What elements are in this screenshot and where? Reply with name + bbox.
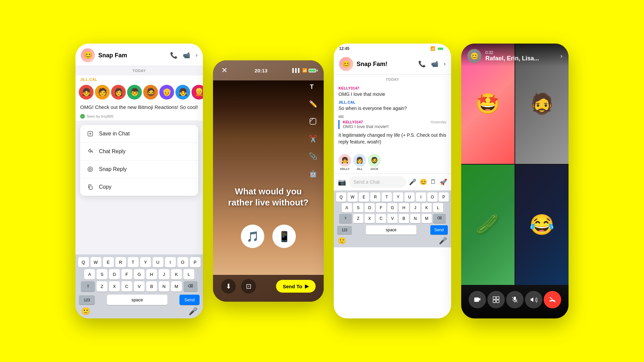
p3-key-space[interactable]: space	[366, 225, 416, 235]
p3-video-icon[interactable]: 📹	[431, 60, 438, 68]
key-x[interactable]: X	[109, 281, 120, 292]
key-f[interactable]: F	[121, 269, 132, 280]
key-a[interactable]: A	[84, 269, 95, 280]
key-o[interactable]: O	[177, 257, 188, 267]
key-send[interactable]: Send	[179, 295, 200, 305]
key-m[interactable]: M	[171, 281, 182, 292]
p3-key-h[interactable]: H	[399, 203, 409, 213]
camera-toggle-button[interactable]	[469, 291, 486, 308]
p3-emoji-icon[interactable]: 🙂	[338, 237, 346, 245]
key-z[interactable]: Z	[97, 281, 107, 292]
save-in-chat-item[interactable]: Save in Chat	[80, 125, 198, 143]
p3-key-y[interactable]: Y	[393, 192, 403, 202]
p3-key-d[interactable]: D	[365, 203, 375, 213]
key-123[interactable]: 123	[79, 295, 95, 305]
close-button[interactable]: ✕	[219, 65, 230, 76]
p3-key-e[interactable]: E	[359, 192, 369, 202]
p3-key-i[interactable]: I	[416, 192, 426, 202]
key-delete[interactable]: ⌫	[183, 281, 198, 292]
option-phone[interactable]: 📱	[272, 225, 296, 248]
p3-key-p[interactable]: P	[439, 192, 449, 202]
p3-phone-icon[interactable]: 📞	[418, 60, 426, 68]
key-l[interactable]: L	[183, 269, 194, 280]
mic-icon[interactable]: 🎤	[186, 307, 200, 316]
p3-key-r[interactable]: R	[370, 192, 380, 202]
p3-key-f[interactable]: F	[376, 203, 386, 213]
key-r[interactable]: R	[115, 257, 126, 267]
key-k[interactable]: K	[171, 269, 182, 280]
p3-key-l[interactable]: L	[433, 203, 443, 213]
key-j[interactable]: J	[159, 269, 169, 280]
key-q[interactable]: Q	[78, 257, 89, 267]
p3-key-g[interactable]: G	[387, 203, 397, 213]
p3-key-v[interactable]: V	[387, 214, 397, 223]
emoji-icon[interactable]: 🙂	[79, 307, 92, 316]
p3-key-x[interactable]: X	[365, 214, 375, 223]
video-icon[interactable]: 📹	[183, 52, 190, 59]
speaker-button[interactable]	[525, 291, 542, 308]
key-space[interactable]: space	[107, 295, 167, 305]
key-e[interactable]: E	[103, 257, 114, 267]
mic-input-icon[interactable]: 🎤	[409, 178, 416, 186]
p3-key-o[interactable]: O	[427, 192, 437, 202]
p3-key-w[interactable]: W	[347, 192, 358, 202]
p3-mic-icon[interactable]: 🎤	[439, 237, 447, 245]
p3-key-send[interactable]: Send	[430, 225, 448, 235]
p3-key-delete[interactable]: ⌫	[433, 214, 446, 223]
grid-button[interactable]	[487, 291, 505, 308]
p3-key-a[interactable]: A	[342, 203, 352, 213]
key-h[interactable]: H	[146, 269, 157, 280]
send-to-button[interactable]: Send To ▶	[276, 280, 316, 293]
download-button[interactable]: ⬇	[221, 279, 236, 294]
emoji-input-icon[interactable]: 😊	[420, 178, 427, 186]
p3-key-c[interactable]: C	[376, 214, 386, 223]
p3-key-t[interactable]: T	[382, 192, 392, 202]
scissors-tool[interactable]: ✂️	[307, 133, 319, 145]
sticker-tool[interactable]	[307, 115, 319, 127]
p3-key-shift[interactable]: ⇧	[339, 214, 352, 223]
p4-chevron[interactable]: ›	[560, 53, 562, 60]
mute-button[interactable]	[506, 291, 524, 308]
key-w[interactable]: W	[91, 257, 101, 267]
pencil-tool[interactable]: ✏️	[307, 98, 319, 110]
p3-key-k[interactable]: K	[422, 203, 432, 213]
p3-key-s[interactable]: S	[353, 203, 363, 213]
share-button[interactable]: ⊡	[241, 279, 256, 294]
key-i[interactable]: I	[165, 257, 176, 267]
text-tool[interactable]: T	[307, 80, 319, 93]
p3-key-b[interactable]: B	[399, 214, 409, 223]
snap-reply-item[interactable]: Snap Reply	[80, 161, 198, 178]
p3-key-j[interactable]: J	[410, 203, 420, 213]
sticker-icon[interactable]: 🗒	[430, 178, 436, 186]
key-t[interactable]: T	[128, 257, 139, 267]
p3-key-123[interactable]: 123	[337, 226, 352, 234]
key-p[interactable]: P	[190, 257, 201, 267]
key-u[interactable]: U	[153, 257, 163, 267]
key-b[interactable]: B	[146, 281, 157, 292]
copy-item[interactable]: Copy	[80, 178, 198, 196]
chevron-right-icon[interactable]: ›	[196, 52, 198, 59]
p3-key-m[interactable]: M	[422, 214, 432, 223]
key-y[interactable]: Y	[140, 257, 151, 267]
p3-key-n[interactable]: N	[410, 214, 420, 223]
link-tool[interactable]: 📎	[307, 150, 319, 162]
key-s[interactable]: S	[97, 269, 107, 280]
chat-reply-item[interactable]: Chat Reply	[80, 143, 198, 161]
bitmoji-tool[interactable]: 🤖	[307, 168, 319, 180]
key-g[interactable]: G	[134, 269, 145, 280]
rocket-icon[interactable]: 🚀	[440, 178, 447, 186]
key-c[interactable]: C	[121, 281, 132, 292]
end-call-button[interactable]	[544, 291, 561, 308]
key-d[interactable]: D	[109, 269, 120, 280]
p3-key-q[interactable]: Q	[336, 192, 346, 202]
chat-input[interactable]: Send a Chat	[349, 176, 406, 188]
p3-key-z[interactable]: Z	[353, 214, 363, 223]
p3-chevron[interactable]: ›	[444, 60, 446, 68]
key-v[interactable]: V	[134, 281, 145, 292]
key-shift[interactable]: ⇧	[81, 281, 95, 292]
p3-key-u[interactable]: U	[405, 192, 415, 202]
phone-icon[interactable]: 📞	[170, 52, 177, 59]
camera-input-icon[interactable]: 📷	[338, 178, 346, 186]
key-n[interactable]: N	[159, 281, 169, 292]
option-music[interactable]: 🎵	[241, 225, 264, 248]
